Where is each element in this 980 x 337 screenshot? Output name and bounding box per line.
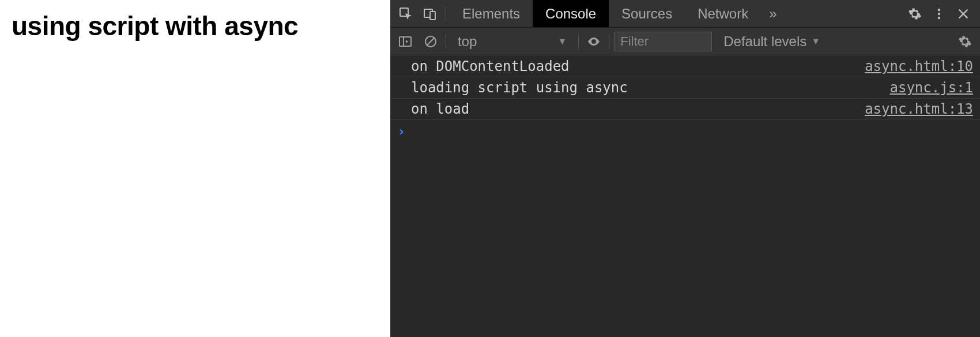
context-selector[interactable]: top ▼: [451, 33, 574, 50]
inspect-element-icon[interactable]: [394, 0, 418, 28]
log-levels-label: Default levels: [723, 33, 806, 50]
console-settings-gear-icon[interactable]: [955, 31, 975, 52]
log-message: on load: [411, 101, 469, 117]
console-toolbar: top ▼ Default levels ▼: [390, 28, 980, 55]
toolbar-divider: [446, 34, 446, 49]
devtools-tabs: Elements Console Sources Network »: [450, 0, 785, 27]
console-output: on DOMContentLoaded async.html:10 loadin…: [390, 55, 980, 337]
log-source-link[interactable]: async.html:13: [865, 101, 973, 117]
close-devtools-icon[interactable]: [951, 0, 975, 28]
log-source-link[interactable]: async.js:1: [890, 80, 974, 96]
tab-elements[interactable]: Elements: [450, 0, 533, 27]
tab-sources[interactable]: Sources: [609, 0, 685, 27]
device-toolbar-icon[interactable]: [418, 0, 442, 28]
tab-network[interactable]: Network: [685, 0, 761, 27]
clear-console-icon[interactable]: [420, 31, 441, 52]
tab-console[interactable]: Console: [533, 0, 609, 27]
svg-point-4: [938, 12, 940, 14]
log-levels-selector[interactable]: Default levels ▼: [717, 33, 827, 50]
tabs-overflow-button[interactable]: »: [761, 0, 785, 27]
rendered-page: using script with async: [0, 0, 390, 337]
console-log-row: on DOMContentLoaded async.html:10: [390, 55, 980, 77]
svg-rect-2: [430, 12, 435, 20]
filter-input[interactable]: [614, 32, 712, 51]
context-selector-label: top: [458, 33, 477, 50]
prompt-caret-icon: ›: [397, 123, 405, 140]
toolbar-divider: [578, 34, 579, 49]
console-log-row: loading script using async async.js:1: [390, 77, 980, 99]
console-prompt[interactable]: ›: [390, 120, 980, 143]
console-log-row: on load async.html:13: [390, 99, 980, 120]
devtools-tabbar: Elements Console Sources Network »: [390, 0, 980, 28]
log-source-link[interactable]: async.html:10: [865, 58, 973, 74]
log-message: loading script using async: [411, 80, 628, 96]
svg-rect-6: [399, 37, 411, 46]
page-title: using script with async: [12, 10, 379, 42]
more-options-icon[interactable]: [927, 0, 951, 28]
toolbar-divider: [609, 34, 609, 49]
svg-point-5: [938, 16, 940, 18]
tabbar-divider: [446, 6, 446, 22]
svg-point-8: [593, 40, 595, 43]
chevron-down-icon: ▼: [811, 36, 820, 47]
settings-gear-icon[interactable]: [903, 0, 927, 28]
chevron-down-icon: ▼: [557, 36, 567, 47]
live-expression-eye-icon[interactable]: [583, 31, 604, 52]
toggle-sidebar-icon[interactable]: [395, 31, 416, 52]
svg-point-3: [938, 8, 940, 10]
devtools-panel: Elements Console Sources Network »: [390, 0, 980, 337]
log-message: on DOMContentLoaded: [411, 58, 570, 74]
